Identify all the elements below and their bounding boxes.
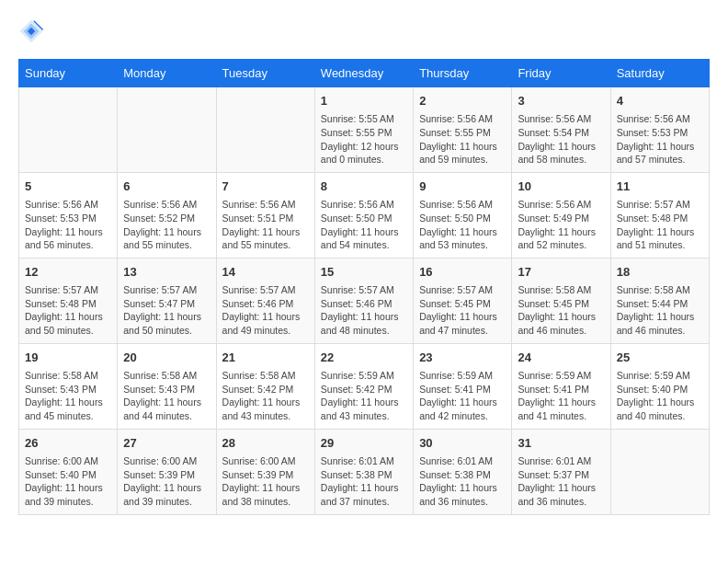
week-row-1: 1Sunrise: 5:55 AMSunset: 5:55 PMDaylight…: [19, 87, 710, 173]
day-number: 26: [25, 435, 111, 452]
day-number: 31: [518, 435, 604, 452]
column-header-wednesday: Wednesday: [314, 60, 413, 87]
calendar-cell: 1Sunrise: 5:55 AMSunset: 5:55 PMDaylight…: [314, 87, 413, 173]
day-number: 10: [518, 178, 604, 195]
day-number: 3: [518, 93, 604, 109]
day-info: Sunrise: 5:56 AMSunset: 5:54 PMDaylight:…: [518, 112, 604, 167]
day-info: Sunrise: 5:56 AMSunset: 5:53 PMDaylight:…: [25, 198, 111, 252]
day-number: 21: [222, 350, 309, 366]
day-info: Sunrise: 5:59 AMSunset: 5:42 PMDaylight:…: [321, 369, 407, 423]
page-header: [18, 18, 710, 44]
day-info: Sunrise: 6:01 AMSunset: 5:38 PMDaylight:…: [419, 454, 506, 509]
calendar-cell: [216, 87, 314, 173]
day-info: Sunrise: 5:56 AMSunset: 5:50 PMDaylight:…: [419, 198, 506, 252]
day-number: 14: [222, 264, 309, 281]
day-info: Sunrise: 5:58 AMSunset: 5:43 PMDaylight:…: [123, 369, 210, 423]
day-info: Sunrise: 5:55 AMSunset: 5:55 PMDaylight:…: [321, 112, 407, 167]
calendar-cell: 23Sunrise: 5:59 AMSunset: 5:41 PMDayligh…: [414, 343, 512, 429]
logo-icon: [18, 18, 44, 44]
day-info: Sunrise: 5:56 AMSunset: 5:52 PMDaylight:…: [123, 198, 210, 252]
calendar-cell: 16Sunrise: 5:57 AMSunset: 5:45 PMDayligh…: [414, 258, 512, 343]
day-info: Sunrise: 6:00 AMSunset: 5:39 PMDaylight:…: [222, 454, 309, 509]
day-number: 20: [123, 350, 210, 366]
day-number: 13: [123, 264, 210, 281]
calendar-table: SundayMondayTuesdayWednesdayThursdayFrid…: [18, 59, 710, 515]
calendar-cell: 9Sunrise: 5:56 AMSunset: 5:50 PMDaylight…: [414, 172, 512, 258]
calendar-cell: 19Sunrise: 5:58 AMSunset: 5:43 PMDayligh…: [19, 343, 118, 429]
day-number: 1: [321, 93, 407, 109]
logo: [18, 18, 48, 44]
calendar-cell: 30Sunrise: 6:01 AMSunset: 5:38 PMDayligh…: [414, 429, 512, 514]
calendar-cell: 15Sunrise: 5:57 AMSunset: 5:46 PMDayligh…: [314, 258, 413, 343]
day-info: Sunrise: 5:58 AMSunset: 5:44 PMDaylight:…: [617, 283, 703, 338]
day-number: 16: [419, 264, 506, 281]
column-header-sunday: Sunday: [19, 60, 118, 87]
column-header-friday: Friday: [512, 60, 610, 87]
day-info: Sunrise: 6:01 AMSunset: 5:38 PMDaylight:…: [321, 454, 407, 509]
calendar-cell: 8Sunrise: 5:56 AMSunset: 5:50 PMDaylight…: [314, 172, 413, 258]
week-row-5: 26Sunrise: 6:00 AMSunset: 5:40 PMDayligh…: [19, 429, 710, 514]
week-row-4: 19Sunrise: 5:58 AMSunset: 5:43 PMDayligh…: [19, 343, 710, 429]
day-info: Sunrise: 5:57 AMSunset: 5:46 PMDaylight:…: [321, 283, 407, 338]
day-number: 9: [419, 178, 506, 195]
week-row-2: 5Sunrise: 5:56 AMSunset: 5:53 PMDaylight…: [19, 172, 710, 258]
column-header-tuesday: Tuesday: [216, 60, 314, 87]
calendar-cell: 25Sunrise: 5:59 AMSunset: 5:40 PMDayligh…: [610, 343, 709, 429]
day-number: 4: [617, 93, 703, 109]
calendar-cell: 18Sunrise: 5:58 AMSunset: 5:44 PMDayligh…: [610, 258, 709, 343]
calendar-cell: 5Sunrise: 5:56 AMSunset: 5:53 PMDaylight…: [19, 172, 118, 258]
calendar-cell: 22Sunrise: 5:59 AMSunset: 5:42 PMDayligh…: [314, 343, 413, 429]
day-number: 25: [617, 350, 703, 366]
day-info: Sunrise: 6:01 AMSunset: 5:37 PMDaylight:…: [518, 454, 604, 509]
day-info: Sunrise: 5:59 AMSunset: 5:40 PMDaylight:…: [617, 369, 703, 423]
day-info: Sunrise: 5:56 AMSunset: 5:50 PMDaylight:…: [321, 198, 407, 252]
day-info: Sunrise: 5:56 AMSunset: 5:55 PMDaylight:…: [419, 112, 506, 167]
day-number: 30: [419, 435, 506, 452]
day-info: Sunrise: 5:58 AMSunset: 5:45 PMDaylight:…: [518, 283, 604, 338]
calendar-cell: 10Sunrise: 5:56 AMSunset: 5:49 PMDayligh…: [512, 172, 610, 258]
calendar-cell: 26Sunrise: 6:00 AMSunset: 5:40 PMDayligh…: [19, 429, 118, 514]
day-number: 22: [321, 350, 407, 366]
column-header-monday: Monday: [118, 60, 216, 87]
calendar-cell: 27Sunrise: 6:00 AMSunset: 5:39 PMDayligh…: [118, 429, 216, 514]
day-number: 23: [419, 350, 506, 366]
day-info: Sunrise: 5:56 AMSunset: 5:53 PMDaylight:…: [617, 112, 703, 167]
calendar-cell: 28Sunrise: 6:00 AMSunset: 5:39 PMDayligh…: [216, 429, 314, 514]
day-number: 28: [222, 435, 309, 452]
day-number: 19: [25, 350, 111, 366]
calendar-cell: 20Sunrise: 5:58 AMSunset: 5:43 PMDayligh…: [118, 343, 216, 429]
day-info: Sunrise: 5:57 AMSunset: 5:48 PMDaylight:…: [617, 198, 703, 252]
calendar-cell: [19, 87, 118, 173]
calendar-cell: 2Sunrise: 5:56 AMSunset: 5:55 PMDaylight…: [414, 87, 512, 173]
calendar-cell: 13Sunrise: 5:57 AMSunset: 5:47 PMDayligh…: [118, 258, 216, 343]
calendar-cell: 24Sunrise: 5:59 AMSunset: 5:41 PMDayligh…: [512, 343, 610, 429]
day-number: 17: [518, 264, 604, 281]
day-number: 8: [321, 178, 407, 195]
calendar-cell: 6Sunrise: 5:56 AMSunset: 5:52 PMDaylight…: [118, 172, 216, 258]
calendar-cell: [610, 429, 709, 514]
day-info: Sunrise: 6:00 AMSunset: 5:39 PMDaylight:…: [123, 454, 210, 509]
day-info: Sunrise: 5:56 AMSunset: 5:51 PMDaylight:…: [222, 198, 309, 252]
day-number: 6: [123, 178, 210, 195]
day-number: 24: [518, 350, 604, 366]
day-info: Sunrise: 5:57 AMSunset: 5:47 PMDaylight:…: [123, 283, 210, 338]
day-info: Sunrise: 5:57 AMSunset: 5:48 PMDaylight:…: [25, 283, 111, 338]
calendar-cell: 7Sunrise: 5:56 AMSunset: 5:51 PMDaylight…: [216, 172, 314, 258]
day-number: 29: [321, 435, 407, 452]
day-number: 11: [617, 178, 703, 195]
calendar-cell: 17Sunrise: 5:58 AMSunset: 5:45 PMDayligh…: [512, 258, 610, 343]
day-number: 27: [123, 435, 210, 452]
column-header-thursday: Thursday: [414, 60, 512, 87]
day-number: 5: [25, 178, 111, 195]
calendar-cell: 3Sunrise: 5:56 AMSunset: 5:54 PMDaylight…: [512, 87, 610, 173]
calendar-cell: 31Sunrise: 6:01 AMSunset: 5:37 PMDayligh…: [512, 429, 610, 514]
day-info: Sunrise: 5:59 AMSunset: 5:41 PMDaylight:…: [518, 369, 604, 423]
calendar-cell: 4Sunrise: 5:56 AMSunset: 5:53 PMDaylight…: [610, 87, 709, 173]
day-info: Sunrise: 5:58 AMSunset: 5:42 PMDaylight:…: [222, 369, 309, 423]
column-header-saturday: Saturday: [610, 60, 709, 87]
calendar-cell: 11Sunrise: 5:57 AMSunset: 5:48 PMDayligh…: [610, 172, 709, 258]
day-number: 12: [25, 264, 111, 281]
day-info: Sunrise: 5:58 AMSunset: 5:43 PMDaylight:…: [25, 369, 111, 423]
day-info: Sunrise: 6:00 AMSunset: 5:40 PMDaylight:…: [25, 454, 111, 509]
day-info: Sunrise: 5:57 AMSunset: 5:46 PMDaylight:…: [222, 283, 309, 338]
